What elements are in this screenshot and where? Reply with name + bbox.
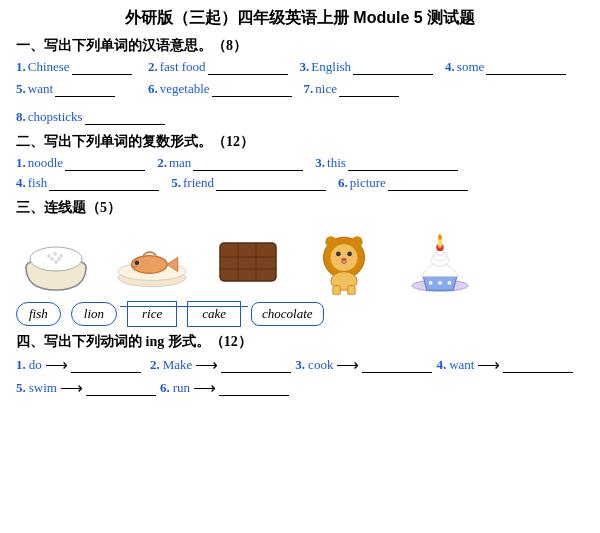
- answer-line-6: [212, 81, 292, 97]
- svg-point-18: [330, 244, 358, 272]
- ing-verb-cook: cook: [308, 357, 333, 373]
- ing-num-5: 5.: [16, 380, 26, 396]
- ing-item-5: 5. swim ⟶: [16, 378, 156, 397]
- svg-point-36: [447, 281, 451, 285]
- plural-item-1: 1. noodle: [16, 155, 145, 171]
- ing-verb-want: want: [449, 357, 474, 373]
- svg-point-34: [429, 281, 433, 285]
- word-fastfood: fast food: [160, 59, 206, 75]
- word-want: want: [28, 81, 53, 97]
- word-item-5: 5. want: [16, 81, 136, 97]
- ing-line-4: [503, 357, 573, 373]
- answer-line-5: [55, 81, 115, 97]
- plural-line-4: [49, 175, 159, 191]
- ing-verb-swim: swim: [29, 380, 57, 396]
- section1-row1: 1. Chinese 2. fast food 3. English 4. so…: [16, 59, 584, 75]
- ing-item-1: 1. do ⟶: [16, 355, 146, 374]
- section3-title: 三、连线题（5）: [16, 199, 584, 217]
- num-2: 2.: [148, 59, 158, 75]
- arrow-4: ⟶: [477, 355, 500, 374]
- label-lion: lion: [71, 302, 117, 326]
- ing-verb-run: run: [173, 380, 190, 396]
- ing-num-4: 4.: [436, 357, 446, 373]
- ing-line-3: [362, 357, 432, 373]
- label-chocolate: chocolate: [251, 302, 324, 326]
- num-8: 8.: [16, 109, 26, 125]
- ing-line-1: [71, 357, 141, 373]
- matching-labels: fish lion rice cake chocolate: [16, 301, 584, 327]
- section4-title: 四、写出下列动词的 ing 形式。（12）: [16, 333, 584, 351]
- arrow-3: ⟶: [336, 355, 359, 374]
- section1-row2: 5. want 6. vegetable 7. nice 8. chopstic…: [16, 81, 584, 125]
- word-item-3: 3. English: [300, 59, 433, 75]
- label-fish: fish: [16, 302, 61, 326]
- word-item-1: 1. Chinese: [16, 59, 136, 75]
- svg-point-21: [336, 252, 341, 257]
- num-5: 5.: [16, 81, 26, 97]
- arrow-1: ⟶: [45, 355, 68, 374]
- ing-num-3: 3.: [295, 357, 305, 373]
- ing-num-2: 2.: [150, 357, 160, 373]
- num-1: 1.: [16, 59, 26, 75]
- ing-line-6: [219, 380, 289, 396]
- image-chocolate: [208, 225, 288, 295]
- svg-point-35: [438, 281, 442, 285]
- svg-point-1: [30, 247, 82, 271]
- section2-title: 二、写出下列单词的复数形式。（12）: [16, 133, 584, 151]
- label-rice: rice: [127, 301, 177, 327]
- word-item-4: 4. some: [445, 59, 566, 75]
- num-3: 3.: [300, 59, 310, 75]
- word-chinese: Chinese: [28, 59, 70, 75]
- ing-item-2: 2. Make ⟶: [150, 355, 291, 374]
- word-english: English: [311, 59, 351, 75]
- plural-item-2: 2. man: [157, 155, 303, 171]
- svg-point-6: [57, 257, 61, 261]
- svg-point-7: [54, 260, 58, 264]
- ing-line-2: [221, 357, 291, 373]
- answer-line-1: [72, 59, 132, 75]
- plural-num-3: 3.: [315, 155, 325, 171]
- svg-point-33: [438, 234, 442, 240]
- plural-num-4: 4.: [16, 175, 26, 191]
- arrow-6: ⟶: [193, 378, 216, 397]
- plural-word-man: man: [169, 155, 191, 171]
- svg-rect-26: [348, 286, 355, 295]
- word-item-2: 2. fast food: [148, 59, 288, 75]
- answer-line-2: [208, 59, 288, 75]
- word-item-6: 6. vegetable: [148, 81, 292, 97]
- image-lion: [304, 225, 384, 295]
- ing-num-1: 1.: [16, 357, 26, 373]
- image-fish-dish: [112, 225, 192, 295]
- svg-point-3: [53, 252, 57, 256]
- ing-num-6: 6.: [160, 380, 170, 396]
- plural-num-6: 6.: [338, 175, 348, 191]
- plural-word-friend: friend: [183, 175, 214, 191]
- section2-row1: 1. noodle 2. man 3. this: [16, 155, 584, 171]
- plural-word-noodle: noodle: [28, 155, 63, 171]
- label-cake: cake: [187, 301, 241, 327]
- image-rice-bowl: [16, 225, 96, 295]
- plural-item-3: 3. this: [315, 155, 458, 171]
- plural-num-5: 5.: [171, 175, 181, 191]
- svg-point-23: [341, 258, 347, 262]
- plural-word-fish: fish: [28, 175, 48, 191]
- word-item-7: 7. nice: [304, 81, 424, 97]
- plural-line-1: [65, 155, 145, 171]
- arrow-5: ⟶: [60, 378, 83, 397]
- plural-num-1: 1.: [16, 155, 26, 171]
- svg-rect-12: [220, 243, 276, 281]
- plural-word-picture: picture: [350, 175, 386, 191]
- svg-rect-25: [333, 286, 340, 295]
- num-7: 7.: [304, 81, 314, 97]
- answer-line-7: [339, 81, 399, 97]
- svg-point-2: [47, 254, 51, 258]
- plural-item-5: 5. friend: [171, 175, 326, 191]
- ing-verb-make: Make: [163, 357, 193, 373]
- plural-line-3: [348, 155, 458, 171]
- word-vegetable: vegetable: [160, 81, 210, 97]
- word-some: some: [457, 59, 484, 75]
- num-4: 4.: [445, 59, 455, 75]
- arrow-2: ⟶: [195, 355, 218, 374]
- svg-point-22: [347, 252, 352, 257]
- ing-row1: 1. do ⟶ 2. Make ⟶ 3. cook ⟶ 4. want ⟶: [16, 355, 584, 374]
